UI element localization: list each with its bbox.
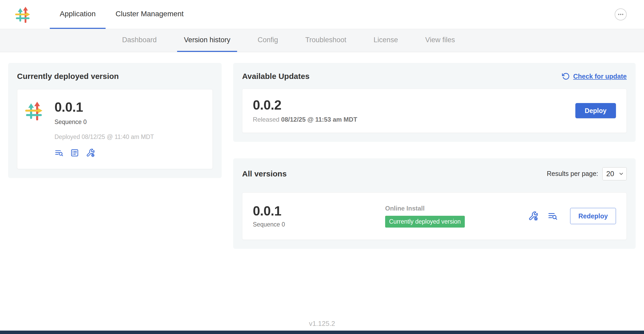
subnav-tab-label: Troubleshoot xyxy=(305,36,346,44)
update-version-number: 0.0.2 xyxy=(253,98,357,112)
app-subnav: Dashboard Version history Config Trouble… xyxy=(0,29,644,52)
deploy-button[interactable]: Deploy xyxy=(575,103,616,118)
update-released-line: Released 08/12/25 @ 11:53 am MDT xyxy=(253,116,357,123)
subnav-tab-label: Config xyxy=(258,36,278,44)
subnav-tab-version-history[interactable]: Version history xyxy=(177,29,237,52)
deployed-actions xyxy=(54,148,154,157)
logs-icon xyxy=(548,211,558,221)
app-logo-icon xyxy=(25,101,44,120)
check-for-update-label: Check for update xyxy=(573,73,627,80)
all-versions-title: All versions xyxy=(242,169,287,178)
top-bar: Application Cluster Management xyxy=(0,0,644,29)
footer-bar xyxy=(0,331,644,334)
results-per-page-select-wrap: 20 xyxy=(602,167,627,180)
version-row-status: Online Install Currently deployed versio… xyxy=(385,205,465,228)
available-update-row: 0.0.2 Released 08/12/25 @ 11:53 am MDT D… xyxy=(242,89,627,133)
console-version: v1.125.2 xyxy=(0,320,644,328)
subnav-tab-license[interactable]: License xyxy=(367,29,405,52)
subnav-tab-dashboard[interactable]: Dashboard xyxy=(115,29,163,52)
tab-cluster-management[interactable]: Cluster Management xyxy=(106,0,194,29)
row-version-number: 0.0.1 xyxy=(253,204,385,218)
deployed-version-details: 0.0.1 Sequence 0 Deployed 08/12/25 @ 11:… xyxy=(54,100,154,157)
version-row-actions: Redeploy xyxy=(528,208,616,224)
row-sequence: Sequence 0 xyxy=(253,221,385,228)
available-update-details: 0.0.2 Released 08/12/25 @ 11:53 am MDT xyxy=(253,98,357,123)
results-per-page: Results per page: 20 xyxy=(547,167,627,180)
view-logs-button[interactable] xyxy=(548,211,558,221)
checklist-icon xyxy=(70,148,79,157)
available-updates-title: Available Updates xyxy=(242,72,309,81)
subnav-tab-label: View files xyxy=(425,36,455,44)
currently-deployed-badge: Currently deployed version xyxy=(385,216,465,228)
available-updates-header: Available Updates Check for update xyxy=(242,72,627,81)
subnav-tab-view-files[interactable]: View files xyxy=(418,29,462,52)
subnav-tab-config[interactable]: Config xyxy=(251,29,285,52)
deployed-version-panel: 0.0.1 Sequence 0 Deployed 08/12/25 @ 11:… xyxy=(17,89,213,169)
version-row: 0.0.1 Sequence 0 Online Install Currentl… xyxy=(242,192,627,240)
subnav-tab-label: Version history xyxy=(184,36,230,44)
results-per-page-label: Results per page: xyxy=(547,170,598,177)
deployed-timestamp: Deployed 08/12/25 @ 11:40 am MDT xyxy=(54,133,154,141)
all-versions-card: All versions Results per page: 20 0.0.1 … xyxy=(233,158,636,249)
subnav-tab-troubleshoot[interactable]: Troubleshoot xyxy=(298,29,353,52)
all-versions-header: All versions Results per page: 20 xyxy=(242,167,627,180)
logs-icon xyxy=(54,148,63,157)
deployed-sequence: Sequence 0 xyxy=(54,118,154,126)
view-logs-button[interactable] xyxy=(54,148,63,157)
results-per-page-select[interactable]: 20 xyxy=(602,167,627,180)
version-row-details: 0.0.1 Sequence 0 xyxy=(253,204,385,228)
deployed-version-number: 0.0.1 xyxy=(54,100,154,114)
redeploy-button[interactable]: Redeploy xyxy=(570,208,616,224)
main-content: Currently deployed version 0.0.1 Sequenc… xyxy=(0,52,644,249)
tab-application[interactable]: Application xyxy=(50,0,106,29)
subnav-tab-label: License xyxy=(374,36,398,44)
released-timestamp: 08/12/25 @ 11:53 am MDT xyxy=(281,116,357,123)
ellipsis-icon xyxy=(617,11,624,18)
check-for-update-link[interactable]: Check for update xyxy=(562,72,627,80)
edit-config-button[interactable] xyxy=(86,148,95,157)
currently-deployed-card: Currently deployed version 0.0.1 Sequenc… xyxy=(8,63,222,178)
released-prefix: Released xyxy=(253,116,279,123)
install-type-label: Online Install xyxy=(385,205,465,212)
right-column: Available Updates Check for update 0.0.2… xyxy=(233,63,636,249)
more-menu-button[interactable] xyxy=(615,8,627,20)
tab-cluster-management-label: Cluster Management xyxy=(116,10,184,18)
refresh-icon xyxy=(562,72,570,80)
subnav-tab-label: Dashboard xyxy=(122,36,157,44)
tab-application-label: Application xyxy=(60,10,96,18)
available-updates-card: Available Updates Check for update 0.0.2… xyxy=(233,63,636,142)
release-notes-button[interactable] xyxy=(70,148,79,157)
app-logo-icon xyxy=(15,6,31,23)
wrench-gear-icon xyxy=(86,148,95,157)
deployed-card-title: Currently deployed version xyxy=(17,72,213,81)
wrench-gear-icon xyxy=(528,211,538,221)
edit-config-button[interactable] xyxy=(528,211,538,221)
